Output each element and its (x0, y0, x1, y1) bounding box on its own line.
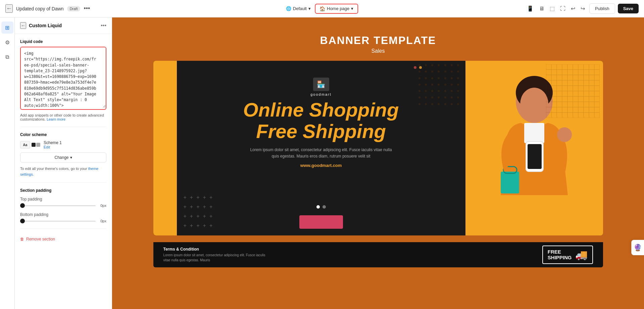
top-bar-right: 📱 🖥 ⬚ ⛶ ↩ ↪ Publish Save (525, 3, 639, 14)
top-padding-value: 0px (98, 204, 106, 208)
draft-badge: Draft (67, 6, 81, 11)
grid-overlay (546, 64, 600, 118)
fullscreen-button[interactable]: ⛶ (558, 4, 567, 13)
layout-icon-button[interactable]: ⊞ (1, 21, 13, 34)
free-shipping-text: FREE SHIPPING (548, 249, 572, 260)
blocks-icon-button[interactable]: ⧉ (1, 51, 13, 63)
home-page-chevron: ▾ (351, 6, 353, 11)
ind-dot-1 (316, 205, 320, 209)
free-shipping-badge: FREE SHIPPING 🚚 (542, 246, 593, 264)
language-selector[interactable]: 🌐 Default ▾ (286, 6, 311, 11)
banner-url: www.goodmart.com (187, 163, 455, 168)
change-button[interactable]: Change ▾ (20, 152, 106, 163)
language-label: Default (293, 6, 307, 11)
scheme-name: Scheme 1 (44, 140, 62, 145)
divider-3 (20, 228, 106, 229)
desktop-view-button[interactable]: ⬚ (548, 4, 556, 13)
brand-logo-area: 🏪 goodmart (187, 78, 455, 96)
page-title: Updated copy of Dawn (16, 6, 64, 11)
panel-body: Liquid code <img src="https://img.freepi… (15, 34, 112, 250)
color-scheme-label: Color scheme (20, 132, 106, 137)
code-editor-wrapper: <img src="https://img.freepik.com/fr ee-… (20, 47, 106, 110)
liquid-code-editor[interactable]: <img src="https://img.freepik.com/fr ee-… (21, 47, 106, 108)
top-padding-slider[interactable] (20, 205, 96, 206)
banner-title-area: BANNER TEMPLATE Sales (147, 24, 610, 61)
remove-section-label: Remove section (26, 237, 55, 241)
brand-name: goodmart (187, 92, 455, 96)
top-padding-row: Top padding 0px (20, 197, 106, 208)
panel-back-button[interactable]: ← (20, 22, 26, 29)
shopify-help-button[interactable]: 🔮 (631, 240, 644, 255)
language-chevron: ▾ (308, 6, 311, 11)
panel-header-left: ← Custom Liquid (20, 22, 62, 29)
banner-description: Lorem ipsum dolor sit amet, consectetur … (247, 147, 395, 160)
banner-photo-area (465, 61, 603, 235)
undo-button[interactable]: ↩ (569, 4, 577, 13)
liquid-code-label: Liquid code (20, 39, 106, 44)
icon-sidebar: ⊞ ⚙ ⧉ (0, 17, 15, 309)
publish-button[interactable]: Publish (589, 3, 615, 14)
more-button[interactable]: ••• (84, 5, 90, 12)
indicator-dots (316, 205, 326, 209)
scheme-color-dots (32, 143, 40, 147)
dot-red (414, 66, 416, 69)
back-button[interactable]: ← (5, 4, 13, 13)
bottom-padding-row: Bottom padding 0px (20, 212, 106, 223)
main-layout: ⊞ ⚙ ⧉ ← Custom Liquid ••• Liquid code <i… (0, 17, 644, 309)
bottom-padding-label: Bottom padding (20, 212, 106, 217)
mobile-view-button[interactable]: 📱 (525, 4, 535, 13)
svg-rect-8 (501, 172, 519, 193)
change-label: Change (54, 155, 68, 160)
panel-header: ← Custom Liquid ••• (15, 17, 112, 34)
divider-1 (20, 127, 106, 127)
scheme-dot-dark (32, 143, 36, 147)
tablet-view-button[interactable]: 🖥 (537, 4, 546, 13)
banner-bottom-bar: Terms & Condition Lorem ipsum dolor sit … (153, 242, 603, 267)
redo-button[interactable]: ↪ (579, 4, 587, 13)
panel-more-button[interactable]: ••• (101, 23, 106, 29)
theme-hint: To edit all your theme's colors, go to y… (20, 166, 106, 177)
settings-panel: ← Custom Liquid ••• Liquid code <img src… (15, 17, 112, 309)
svg-rect-5 (524, 123, 544, 143)
layout-icon: ⊞ (5, 25, 9, 31)
terms-section: Terms & Condition Lorem ipsum dolor sit … (163, 247, 271, 263)
view-toolbar: 📱 🖥 ⬚ ⛶ ↩ ↪ (525, 4, 587, 13)
svg-rect-7 (528, 144, 542, 169)
home-icon: 🏠 (319, 6, 325, 11)
settings-icon-button[interactable]: ⚙ (1, 36, 13, 48)
color-scheme-section: Color scheme Aa Scheme 1 Edit (20, 132, 106, 177)
bottom-padding-value: 0px (98, 219, 106, 223)
bottom-orange-strip (465, 215, 603, 235)
scheme-dot-light (36, 143, 40, 147)
save-button[interactable]: Save (618, 4, 639, 13)
learn-more-link[interactable]: Learn more (47, 117, 65, 121)
top-bar-center: 🌐 Default ▾ 🏠 Home page ▾ (286, 4, 358, 14)
settings-icon: ⚙ (5, 39, 10, 46)
banner-headline: Online Shopping Free Shipping (187, 99, 455, 142)
plus-grid: +++++ +++++ +++++ +++++ (184, 194, 213, 229)
section-padding-section: Section padding Top padding 0px Bottom p… (20, 188, 106, 223)
headline-line2: Free Shipping (187, 121, 455, 142)
terms-text: Lorem ipsum dolor sit amet, consectetur … (163, 253, 271, 263)
top-bar: ← Updated copy of Dawn Draft ••• 🌐 Defau… (0, 0, 644, 17)
remove-section-button[interactable]: 🗑 Remove section (20, 234, 55, 244)
home-page-selector[interactable]: 🏠 Home page ▾ (315, 4, 358, 14)
scheme-edit-link[interactable]: Edit (44, 145, 62, 149)
bottom-padding-slider-row: 0px (20, 219, 106, 223)
remove-icon: 🗑 (20, 237, 24, 241)
scheme-item: Aa Scheme 1 Edit (20, 140, 106, 149)
ind-dot-2 (323, 205, 326, 209)
code-hint: Add app snippets or other code to create… (20, 113, 106, 121)
section-padding-label: Section padding (20, 188, 106, 193)
top-padding-slider-row: 0px (20, 204, 106, 208)
svg-point-4 (520, 88, 548, 120)
scheme-text-box: Aa (20, 141, 30, 148)
scheme-name-edit: Scheme 1 Edit (44, 140, 62, 149)
globe-icon: 🌐 (286, 6, 291, 11)
banner-strip-top (153, 61, 177, 88)
banner-main-content: // generated inline below via template 🏪… (177, 61, 465, 235)
bottom-padding-slider[interactable] (20, 221, 96, 222)
svg-rect-1 (546, 64, 600, 118)
truck-icon: 🚚 (575, 249, 588, 261)
top-bar-left: ← Updated copy of Dawn Draft ••• (5, 4, 90, 13)
